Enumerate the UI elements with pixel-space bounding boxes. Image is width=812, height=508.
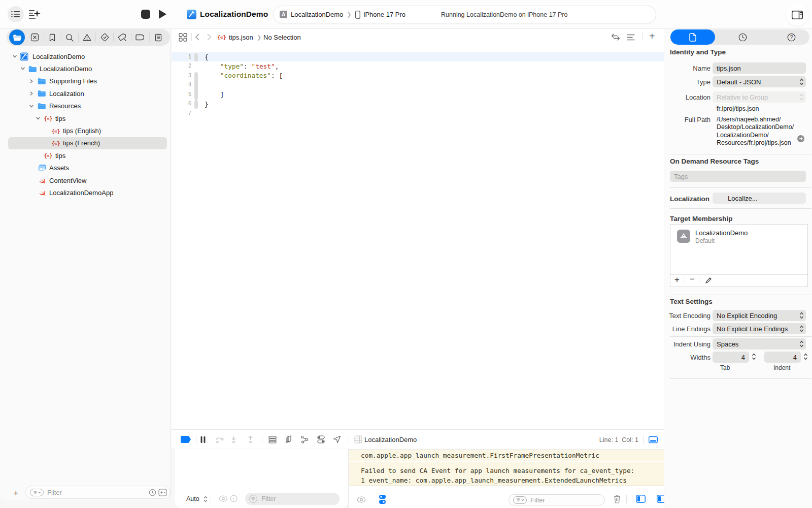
odr-tags-field[interactable]: Tags [670, 171, 806, 182]
code-line-4[interactable]: 4 [172, 80, 664, 90]
console-log-row[interactable]: com.apple.app_launch_measurement.FirstFr… [349, 450, 664, 461]
tab-file-inspector[interactable] [670, 29, 715, 45]
stop-button[interactable] [141, 10, 150, 19]
tree-row-tips[interactable]: {«}tips [0, 112, 171, 124]
navigator-tab-tests[interactable] [96, 29, 113, 46]
memory-graph-icon[interactable] [300, 435, 309, 444]
disclosure-open-icon[interactable] [36, 116, 41, 121]
right-panel-icon [792, 11, 803, 19]
step-out-button[interactable] [246, 435, 255, 444]
navigator-tab-debug[interactable] [114, 29, 131, 46]
navigator-tab-breakpoints[interactable] [131, 29, 149, 46]
indent-using-select[interactable]: Spaces [713, 338, 806, 350]
console-eye-icon[interactable] [357, 496, 366, 503]
location-select[interactable]: Relative to Group [713, 91, 806, 103]
disclosure-open-icon[interactable] [20, 66, 25, 71]
console-filter-field[interactable]: Filter [509, 494, 605, 505]
line-endings-select[interactable]: No Explicit Line Endings [713, 323, 806, 334]
breakpoints-toggle-icon[interactable] [180, 435, 192, 444]
code-line-7[interactable]: 7 [172, 109, 664, 118]
tree-row-contentview[interactable]: ContentView [0, 174, 171, 186]
add-editor-button[interactable]: + [649, 28, 655, 44]
edit-target-button[interactable] [705, 277, 712, 284]
navigator-tab-find[interactable] [61, 29, 78, 46]
remove-target-button[interactable]: − [690, 274, 695, 284]
tree-row-resources[interactable]: Resources [0, 100, 171, 112]
disclosure-closed-icon[interactable] [29, 91, 34, 96]
tab-width-field[interactable]: 4 [713, 352, 749, 363]
tree-row-tips-english-[interactable]: {«}tips (English) [0, 124, 171, 137]
console-log-row[interactable]: Failed to send CA Event for app launch m… [349, 462, 664, 486]
console-io-toggle-icon[interactable] [379, 494, 386, 504]
tab-history-inspector[interactable] [738, 33, 747, 42]
variables-scope-select[interactable]: Auto [186, 495, 199, 502]
tree-row-tips[interactable]: {«}tips [0, 149, 171, 162]
pause-button[interactable] [198, 435, 208, 444]
navigator-tab-source-control[interactable] [26, 29, 43, 46]
indent-width-field[interactable]: 4 [764, 352, 801, 363]
tree-row-localizationdemoapp[interactable]: LocalizationDemoApp [0, 186, 171, 199]
tree-row-assets[interactable]: Assets [0, 162, 171, 174]
jumpbar-file[interactable]: tips.json [229, 29, 253, 45]
debug-target-label[interactable]: LocalizationDemo [364, 436, 417, 443]
code-line-3[interactable]: 3 "coordinates": [ [172, 71, 664, 81]
forward-button[interactable] [207, 29, 212, 45]
code-line-2[interactable]: 2 "type": "test", [172, 61, 664, 71]
scheme-selector[interactable]: A LocalizationDemo ❯ iPhone 17 Pro Runni… [273, 6, 656, 23]
text-encoding-select[interactable]: No Explicit Encoding [713, 310, 806, 321]
disclosure-open-icon[interactable] [29, 104, 34, 109]
tree-row-tips-french-[interactable]: {«}tips (French) [0, 137, 171, 149]
sidebar-toggle-button[interactable] [8, 6, 24, 22]
variables-filter-field[interactable]: Filter [245, 493, 340, 505]
adjust-editor-icon[interactable] [627, 29, 635, 45]
variables-eye-icon[interactable] [219, 495, 228, 502]
type-select[interactable]: Default - JSON [713, 76, 806, 87]
code-review-icon[interactable] [611, 29, 620, 45]
scheme-destination[interactable]: iPhone 17 Pro [364, 11, 405, 18]
tab-help-inspector[interactable]: ? [787, 33, 796, 42]
navigator-tab-bookmarks[interactable] [44, 29, 61, 46]
view-hierarchy-icon[interactable] [268, 435, 277, 444]
disclosure-open-icon[interactable] [12, 54, 17, 59]
inspector-toggle-button[interactable] [786, 4, 808, 26]
code-line-6[interactable]: 6} [172, 99, 664, 109]
clear-console-icon[interactable] [614, 495, 621, 503]
tab-width-stepper[interactable] [752, 353, 756, 361]
scm-status-filter-icon[interactable] [158, 489, 167, 496]
compose-sparkle-button[interactable] [28, 8, 41, 21]
navigator-filter-field[interactable]: Filter [25, 486, 171, 499]
name-field[interactable]: tips.json [713, 62, 806, 74]
related-items-icon[interactable] [179, 29, 187, 45]
console-filter-options-icon[interactable] [513, 496, 527, 504]
environment-overrides-icon[interactable] [316, 435, 325, 444]
run-button[interactable] [159, 10, 166, 19]
tree-row-localizationdemo[interactable]: LocalizationDemo [0, 62, 171, 75]
tree-row-localizationdemo[interactable]: LocalizationDemo [0, 50, 171, 62]
step-over-button[interactable] [215, 435, 224, 444]
code-line-5[interactable]: 5 ] [172, 90, 664, 100]
disclosure-closed-icon[interactable] [29, 79, 34, 84]
add-target-button[interactable]: + [674, 275, 680, 285]
debug-layers-icon[interactable] [284, 435, 293, 444]
localize-button[interactable]: Localize... [713, 193, 806, 204]
step-into-button[interactable] [229, 435, 238, 444]
tree-row-supporting-files[interactable]: Supporting Files [0, 75, 171, 87]
hide-variables-icon[interactable] [636, 495, 646, 503]
keyboard-toggle-icon[interactable] [649, 435, 658, 444]
jumpbar-selection[interactable]: No Selection [263, 29, 301, 45]
variables-info-icon[interactable]: i [230, 495, 238, 502]
navigator-tab-project-navigator[interactable] [9, 29, 26, 46]
indent-width-stepper[interactable] [803, 353, 808, 361]
recent-files-filter-icon[interactable] [149, 489, 156, 496]
scheme-target[interactable]: LocalizationDemo [291, 11, 343, 18]
tree-row-localization[interactable]: Localization [0, 87, 171, 100]
code-line-1[interactable]: 1{ [172, 52, 664, 62]
back-button[interactable] [195, 29, 199, 45]
navigator-tab-issues[interactable] [78, 29, 95, 46]
navigator-tab-reports[interactable] [150, 29, 167, 46]
filter-options-icon[interactable] [30, 489, 44, 496]
target-name[interactable]: LocalizationDemo [695, 229, 748, 237]
open-path-arrow-icon[interactable] [797, 135, 804, 142]
simulate-location-icon[interactable] [332, 435, 342, 444]
add-item-button[interactable]: + [13, 488, 19, 499]
